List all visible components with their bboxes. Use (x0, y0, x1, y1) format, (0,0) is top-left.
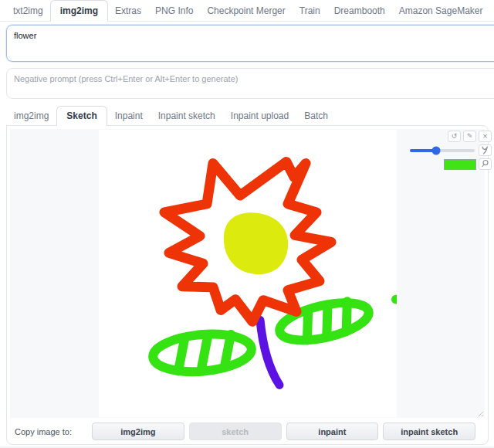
color-picker-button[interactable] (479, 158, 492, 170)
clear-button[interactable]: × (479, 131, 492, 142)
tab-train[interactable]: Train (293, 1, 327, 21)
flower-sketch-drawing (99, 130, 397, 417)
sketch-image-area: ↺ ✎ × (10, 129, 485, 418)
mode-tab-inpaint[interactable]: Inpaint (107, 107, 151, 125)
tab-img2img[interactable]: img2img (50, 0, 108, 22)
tab-checkpoint-merger[interactable]: Checkpoint Merger (200, 1, 292, 21)
leaf-left (151, 331, 253, 375)
brush-color-swatch[interactable] (444, 159, 476, 170)
brush-size-icon (481, 145, 489, 154)
brush-size-slider[interactable] (408, 145, 476, 156)
main-tab-bar: txt2img img2img Extras PNG Info Checkpoi… (0, 0, 494, 22)
copy-to-inpaint-sketch-button[interactable]: inpaint sketch (383, 423, 475, 440)
tab-amazon-sagemaker[interactable]: Amazon SageMaker (392, 1, 490, 21)
copy-to-inpaint-button[interactable]: inpaint (286, 423, 379, 440)
color-picker-icon (481, 159, 489, 168)
tab-extras[interactable]: Extras (108, 1, 148, 21)
brush-icon: ✎ (467, 132, 473, 140)
tab-settings[interactable]: Settings (489, 1, 494, 21)
copy-image-row: Copy image to: img2img sketch inpaint in… (10, 423, 485, 440)
undo-button[interactable]: ↺ (448, 131, 461, 142)
slider-thumb[interactable] (432, 146, 441, 154)
resize-handle-icon[interactable] (476, 409, 484, 417)
copy-image-label: Copy image to: (10, 427, 92, 436)
tab-png-info[interactable]: PNG Info (148, 1, 200, 21)
prompt-input[interactable]: flower (6, 25, 494, 62)
undo-icon: ↺ (452, 132, 458, 140)
img2img-mode-tabs: img2img Sketch Inpaint Inpaint sketch In… (6, 106, 494, 125)
mode-tab-batch[interactable]: Batch (296, 107, 336, 125)
stray-dot (391, 295, 397, 304)
mode-tab-img2img[interactable]: img2img (6, 107, 56, 125)
clear-icon: × (482, 132, 489, 140)
copy-image-buttons: img2img sketch inpaint inpaint sketch (92, 423, 475, 440)
tab-txt2img[interactable]: txt2img (6, 1, 50, 21)
mode-tab-inpaint-upload[interactable]: Inpaint upload (223, 107, 296, 125)
brush-size-button[interactable] (479, 144, 492, 156)
brush-button[interactable]: ✎ (463, 131, 476, 142)
sketch-canvas[interactable] (99, 130, 397, 417)
flower-center (224, 212, 288, 274)
mode-tab-sketch[interactable]: Sketch (56, 106, 107, 126)
mode-tab-inpaint-sketch[interactable]: Inpaint sketch (151, 107, 223, 125)
sketch-toolbar: ↺ ✎ × (408, 131, 492, 170)
tab-dreambooth[interactable]: Dreambooth (327, 1, 392, 21)
copy-to-sketch-button[interactable]: sketch (189, 423, 282, 440)
sketch-panel: ↺ ✎ × (6, 125, 489, 445)
negative-prompt-input[interactable] (6, 68, 494, 99)
copy-to-img2img-button[interactable]: img2img (92, 423, 184, 440)
